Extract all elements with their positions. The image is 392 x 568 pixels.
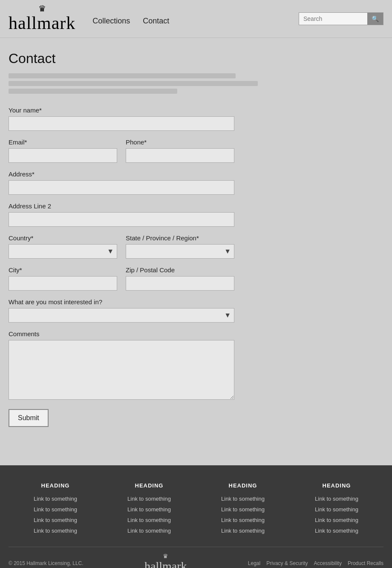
email-phone-row: Email* Phone* — [9, 138, 234, 163]
footer-bottom: © 2015 Hallmark Licensing, LLC. ♛ hallma… — [9, 547, 383, 568]
footer-link-1-2[interactable]: Link to something — [34, 506, 77, 513]
nav-contact[interactable]: Contact — [143, 17, 169, 26]
footer-heading-3: HEADING — [229, 482, 257, 489]
city-input[interactable] — [9, 276, 117, 291]
main-nav: Collections Contact — [92, 17, 169, 26]
zip-input[interactable] — [126, 276, 234, 291]
city-group: City* — [9, 266, 117, 291]
interest-select-wrapper: ▼ — [9, 308, 234, 323]
footer-bottom-links: Legal Privacy & Security Accessibility P… — [248, 560, 383, 566]
country-state-row: Country* ▼ State / Province / Region* ▼ — [9, 234, 234, 259]
footer-heading-4: HEADING — [323, 482, 351, 489]
address2-input[interactable] — [9, 212, 234, 227]
city-zip-row: City* Zip / Postal Code — [9, 266, 234, 291]
footer-link-3-3[interactable]: Link to something — [221, 517, 265, 523]
email-group: Email* — [9, 138, 117, 163]
country-select-wrapper: ▼ — [9, 244, 117, 259]
search-input[interactable] — [299, 13, 367, 25]
logo-text: hallmark — [9, 13, 75, 33]
footer-link-1-1[interactable]: Link to something — [34, 496, 77, 502]
crown-icon: ♛ — [38, 4, 46, 13]
your-name-input[interactable] — [9, 116, 234, 131]
search-box: 🔍 — [299, 12, 383, 25]
footer-link-3-4[interactable]: Link to something — [221, 528, 265, 534]
nav-collections[interactable]: Collections — [92, 17, 130, 26]
contact-form: Your name* Email* Phone* Address* Addres… — [9, 107, 234, 427]
country-group: Country* ▼ — [9, 234, 117, 259]
zip-group: Zip / Postal Code — [126, 266, 234, 291]
footer-col-2: HEADING Link to something Link to someth… — [127, 482, 171, 534]
comments-group: Comments — [9, 330, 234, 401]
footer-crown-icon: ♛ — [163, 554, 168, 559]
city-label: City* — [9, 266, 117, 274]
phone-group: Phone* — [126, 138, 234, 163]
country-label: Country* — [9, 234, 117, 242]
page-title: Contact — [9, 51, 375, 66]
placeholder-line-2 — [9, 81, 258, 86]
footer-columns: HEADING Link to something Link to someth… — [9, 482, 383, 534]
footer: HEADING Link to something Link to someth… — [0, 465, 392, 568]
footer-link-2-4[interactable]: Link to something — [127, 528, 171, 534]
footer-link-4-2[interactable]: Link to something — [315, 506, 358, 513]
your-name-group: Your name* — [9, 107, 234, 131]
footer-heading-1: HEADING — [41, 482, 70, 489]
footer-privacy-link[interactable]: Privacy & Security — [266, 560, 308, 566]
zip-label: Zip / Postal Code — [126, 266, 234, 274]
email-input[interactable] — [9, 148, 117, 163]
footer-heading-2: HEADING — [135, 482, 164, 489]
footer-link-1-3[interactable]: Link to something — [34, 517, 77, 523]
logo: ♛ hallmark — [9, 4, 75, 33]
interest-select[interactable] — [9, 308, 234, 323]
copyright-text: © 2015 Hallmark Licensing, LLC. — [9, 560, 84, 566]
search-button[interactable]: 🔍 — [367, 13, 383, 25]
state-label: State / Province / Region* — [126, 234, 234, 242]
footer-link-4-4[interactable]: Link to something — [315, 528, 358, 534]
footer-link-4-3[interactable]: Link to something — [315, 517, 358, 523]
address-input[interactable] — [9, 180, 234, 195]
interest-group: What are you most interested in? ▼ — [9, 298, 234, 323]
placeholder-line-1 — [9, 73, 236, 78]
state-group: State / Province / Region* ▼ — [126, 234, 234, 259]
main-content: Contact Your name* Email* Phone* Address… — [0, 38, 383, 440]
country-select[interactable] — [9, 244, 117, 259]
state-select-wrapper: ▼ — [126, 244, 234, 259]
interest-label: What are you most interested in? — [9, 298, 234, 306]
phone-input[interactable] — [126, 148, 234, 163]
description-placeholder — [9, 73, 375, 94]
footer-col-1: HEADING Link to something Link to someth… — [34, 482, 77, 534]
placeholder-line-3 — [9, 89, 177, 94]
footer-link-2-3[interactable]: Link to something — [127, 517, 171, 523]
your-name-label: Your name* — [9, 107, 234, 114]
footer-col-4: HEADING Link to something Link to someth… — [315, 482, 358, 534]
footer-link-2-1[interactable]: Link to something — [127, 496, 171, 502]
footer-link-4-1[interactable]: Link to something — [315, 496, 358, 502]
footer-link-2-2[interactable]: Link to something — [127, 506, 171, 513]
email-label: Email* — [9, 138, 117, 146]
comments-textarea[interactable] — [9, 340, 234, 400]
footer-col-3: HEADING Link to something Link to someth… — [221, 482, 265, 534]
header: ♛ hallmark Collections Contact 🔍 — [0, 0, 392, 38]
address-group: Address* — [9, 170, 234, 195]
address-label: Address* — [9, 170, 234, 178]
footer-logo: ♛ hallmark — [144, 554, 187, 568]
address2-label: Address Line 2 — [9, 202, 234, 210]
footer-link-3-2[interactable]: Link to something — [221, 506, 265, 513]
state-select[interactable] — [126, 244, 234, 259]
footer-link-1-4[interactable]: Link to something — [34, 528, 77, 534]
phone-label: Phone* — [126, 138, 234, 146]
submit-button[interactable]: Submit — [9, 409, 49, 427]
comments-label: Comments — [9, 330, 234, 337]
footer-recalls-link[interactable]: Product Recalls — [348, 560, 383, 566]
address2-group: Address Line 2 — [9, 202, 234, 227]
footer-logo-text: hallmark — [144, 559, 187, 568]
footer-legal-link[interactable]: Legal — [248, 560, 260, 566]
footer-link-3-1[interactable]: Link to something — [221, 496, 265, 502]
footer-accessibility-link[interactable]: Accessibility — [314, 560, 342, 566]
header-left: ♛ hallmark Collections Contact — [9, 4, 169, 33]
